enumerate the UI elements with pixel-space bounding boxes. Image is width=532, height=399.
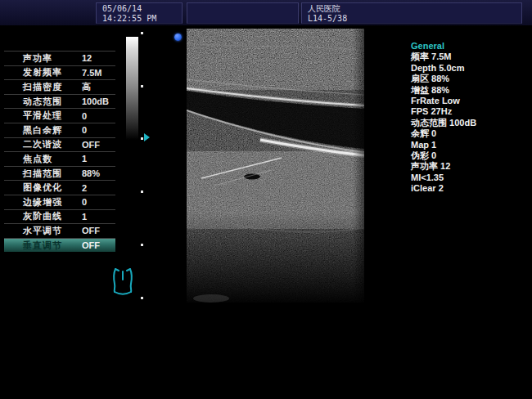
ultrasound-console-screen: 05/06/14 14:22:55 PM 人民医院 L14-5/38 声功率 1… [0,0,532,399]
param-value: 100dB [82,96,109,106]
param-label: 边缘增强 [4,196,62,208]
param-label: 焦点数 [4,153,52,165]
hospital-probe-box: 人民医院 L14-5/38 [301,2,522,24]
param-row-acoustic-power[interactable]: 声功率 12 [4,51,115,65]
param-row-vertical-adjust-selected[interactable]: 垂直调节 OFF [4,238,115,253]
param-value: 12 [82,53,92,63]
param-label: 垂直调节 [4,240,62,252]
param-value: 高 [82,81,91,93]
depth-tick [141,191,143,193]
param-value: OFF [82,226,100,235]
param-label: 发射频率 [4,66,62,78]
info-line-depth: Depth 5.0cm [411,63,530,74]
param-label: 扫描密度 [4,81,62,93]
image-info-panel: General 频率 7.5M Depth 5.0cm 扇区 88% 增益 88… [411,41,530,195]
param-value: 0 [82,125,87,135]
info-line-pseudocolor: 伪彩 0 [411,150,530,161]
info-line-persistence: 余辉 0 [411,128,530,139]
param-label: 二次谐波 [4,138,62,150]
param-value: 88% [82,168,100,178]
param-row-smoothing[interactable]: 平滑处理 0 [4,108,115,123]
depth-tick [141,297,143,299]
probe-orientation-marker-icon [174,34,182,41]
patient-name-box [187,2,299,24]
depth-tick [141,137,143,140]
param-row-image-optimize[interactable]: 图像优化 2 [4,180,115,195]
thumbnail-strip: × × × [0,323,532,399]
param-value: 0 [82,111,87,121]
info-line-acoustic-power: 声功率 12 [411,161,530,172]
param-label: 图像优化 [4,182,62,194]
probe-label: L14-5/38 [308,14,521,24]
info-line-fps: FPS 27Hz [411,106,530,117]
info-line-frequency: 频率 7.5M [411,52,530,62]
focus-marker-icon[interactable] [144,133,150,141]
time-label: 14:22:55 PM [102,14,182,24]
info-line-mi: MI<1.35 [411,173,530,183]
param-row-horizontal-adjust[interactable]: 水平调节 OFF [4,223,115,238]
param-label: 平滑处理 [4,110,62,122]
param-value: 0 [82,197,87,207]
param-row-transmit-frequency[interactable]: 发射频率 7.5M [4,65,115,80]
datetime-box: 05/06/14 14:22:55 PM [96,2,183,24]
param-value: 7.5M [82,68,101,78]
param-label: 黑白余辉 [4,124,62,137]
info-line-iclear: iClear 2 [411,183,530,194]
info-line-map: Map 1 [411,140,530,150]
info-line-gain: 增益 88% [411,85,530,96]
info-panel-title: General [411,41,530,52]
depth-tick [141,244,143,246]
param-value: 2 [82,183,87,193]
param-label: 水平调节 [4,225,62,237]
param-label: 灰阶曲线 [4,210,62,222]
info-line-sector: 扇区 88% [411,74,530,84]
param-row-scan-density[interactable]: 扫描密度 高 [4,79,115,94]
param-row-scan-range[interactable]: 扫描范围 88% [4,166,115,181]
date-label: 05/06/14 [102,4,182,14]
hospital-label: 人民医院 [308,4,521,14]
info-line-framerate: FrRate Low [411,96,530,106]
depth-tick [141,85,143,87]
param-row-harmonic[interactable]: 二次谐波 OFF [4,137,115,152]
param-value: OFF [82,140,100,150]
param-row-gray-curve[interactable]: 灰阶曲线 1 [4,209,115,224]
depth-tick [141,32,143,34]
grayscale-map-bar [126,37,138,140]
param-row-bw-persistence[interactable]: 黑白余辉 0 [4,123,115,137]
param-value: 1 [82,154,87,164]
param-value: OFF [82,240,100,250]
parameter-sidebar: 声功率 12 发射频率 7.5M 扫描密度 高 动态范围 100dB 平滑处理 … [4,51,115,252]
ultrasound-image[interactable] [187,29,364,319]
title-bar: 05/06/14 14:22:55 PM 人民医院 L14-5/38 [0,0,532,25]
info-line-dynamic-range: 动态范围 100dB [411,118,530,128]
body-mark-icon [109,266,137,300]
param-row-edge-enhance[interactable]: 边缘增强 0 [4,195,115,209]
param-label: 扫描范围 [4,168,62,180]
param-label: 声功率 [4,52,52,65]
param-label: 动态范围 [4,96,62,108]
param-value: 1 [82,212,87,222]
param-row-dynamic-range[interactable]: 动态范围 100dB [4,94,115,109]
param-row-focus-number[interactable]: 焦点数 1 [4,151,115,166]
